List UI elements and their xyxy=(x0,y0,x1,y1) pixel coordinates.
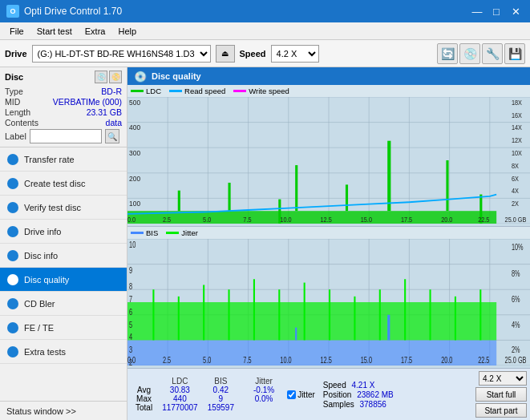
jitter-checkbox[interactable] xyxy=(287,390,296,399)
disc-quality-header: 💿 Disc quality xyxy=(127,67,530,85)
stats-avg-jitter: -0.1% xyxy=(249,386,279,394)
sidebar-item-cd-bler[interactable]: CD Bler xyxy=(0,292,127,316)
stats-total-bis: 159597 xyxy=(203,403,239,412)
window-controls: — □ ✕ xyxy=(469,3,524,19)
stats-max-label: Max xyxy=(131,394,157,403)
sidebar-item-extra-tests[interactable]: Extra tests xyxy=(0,340,127,364)
svg-rect-73 xyxy=(329,289,330,340)
sidebar-item-disc-quality[interactable]: Disc quality xyxy=(0,268,127,292)
jitter-checkbox-area: Jitter xyxy=(287,390,315,399)
stats-avg-bis: 0.42 xyxy=(203,386,239,394)
nav-cd-bler-label: CD Bler xyxy=(24,299,55,309)
disc-contents-label: Contents xyxy=(5,118,38,127)
nav-disc-quality-label: Disc quality xyxy=(24,275,69,285)
close-button[interactable]: ✕ xyxy=(508,3,524,19)
disc-type-value: BD-R xyxy=(101,87,122,96)
disc-icon-1[interactable]: 💿 xyxy=(95,71,107,83)
stats-avg-label: Avg xyxy=(131,386,157,394)
svg-text:5.0: 5.0 xyxy=(203,356,211,365)
menu-help[interactable]: Help xyxy=(111,25,143,38)
svg-text:4X: 4X xyxy=(512,188,520,196)
disc-contents-row: Contents data xyxy=(5,118,122,127)
speed-select[interactable]: 4.2 X xyxy=(271,45,319,63)
nav-extra-tests-label: Extra tests xyxy=(24,347,66,357)
drive-select[interactable]: (G:) HL-DT-ST BD-RE WH16NS48 1.D3 xyxy=(32,45,211,63)
svg-text:3: 3 xyxy=(129,345,132,354)
settings-button[interactable]: 🔧 xyxy=(482,43,503,64)
legend-ldc-label: LDC xyxy=(146,87,161,95)
legend-bis-label: BIS xyxy=(146,228,158,237)
status-window-button[interactable]: Status window >> xyxy=(0,401,127,420)
eject-button[interactable]: ⏏ xyxy=(216,45,235,63)
legend-read-speed-label: Read speed xyxy=(184,87,225,95)
svg-text:400: 400 xyxy=(129,123,140,132)
sidebar-item-disc-info[interactable]: Disc info xyxy=(0,244,127,268)
svg-text:10X: 10X xyxy=(512,149,523,157)
stats-max-jitter: 0.0% xyxy=(249,394,279,403)
nav-drive-info-label: Drive info xyxy=(24,227,61,236)
svg-text:10%: 10% xyxy=(512,243,524,252)
sidebar-item-fe-te[interactable]: FE / TE xyxy=(0,316,127,340)
speed-position-area: Speed 4.21 X Position 23862 MB Samples 3… xyxy=(323,381,394,409)
svg-text:17.5: 17.5 xyxy=(401,356,412,365)
svg-rect-70 xyxy=(253,279,255,340)
svg-text:2.5: 2.5 xyxy=(163,356,171,365)
svg-text:12.5: 12.5 xyxy=(321,216,333,224)
menu-file[interactable]: File xyxy=(3,25,30,38)
disc-label-button[interactable]: 🔍 xyxy=(105,129,119,143)
svg-rect-22 xyxy=(446,160,448,211)
svg-text:10.0: 10.0 xyxy=(280,356,291,365)
svg-rect-74 xyxy=(354,297,355,341)
disc-section-label: Disc xyxy=(5,72,23,82)
sidebar-item-drive-info[interactable]: Drive info xyxy=(0,220,127,244)
svg-text:2%: 2% xyxy=(512,345,520,354)
sidebar-item-create-test-disc[interactable]: Create test disc xyxy=(0,172,127,196)
nav-transfer-rate-label: Transfer rate xyxy=(24,155,75,164)
start-full-button[interactable]: Start full xyxy=(475,387,527,402)
stats-table: LDC BIS Jitter Avg 30.83 0.42 -0.1% Max … xyxy=(131,377,279,412)
nav-fe-te-label: FE / TE xyxy=(24,323,54,333)
menu-start-test[interactable]: Start test xyxy=(30,25,79,38)
sidebar-item-transfer-rate[interactable]: Transfer rate xyxy=(0,147,127,172)
sidebar-item-verify-test-disc[interactable]: Verify test disc xyxy=(0,196,127,220)
svg-rect-79 xyxy=(479,289,481,340)
disc-quality-icon: 💿 xyxy=(134,71,147,83)
legend-write-speed-label: Write speed xyxy=(249,87,289,95)
disc-button[interactable]: 💿 xyxy=(459,43,480,64)
stats-total-label: Total xyxy=(131,403,157,412)
legend-write-speed-color xyxy=(233,90,246,92)
disc-label-input[interactable] xyxy=(30,129,102,143)
disc-length-row: Length 23.31 GB xyxy=(5,107,122,117)
menu-extra[interactable]: Extra xyxy=(79,25,112,38)
sidebar-bottom: Status window >> xyxy=(0,401,127,420)
svg-rect-66 xyxy=(152,289,154,340)
refresh-button[interactable]: 🔄 xyxy=(437,43,458,64)
legend-read-speed: Read speed xyxy=(169,87,225,95)
save-button[interactable]: 💾 xyxy=(504,43,525,64)
start-part-button[interactable]: Start part xyxy=(475,403,527,418)
svg-text:25.0 GB: 25.0 GB xyxy=(505,216,527,224)
speed-value: 4.21 X xyxy=(352,381,375,390)
disc-length-label: Length xyxy=(5,107,30,117)
stats-header-jitter: Jitter xyxy=(249,377,279,386)
position-row: Position 23862 MB xyxy=(323,390,394,399)
disc-mid-value: VERBATIMe (000) xyxy=(53,97,122,107)
top-chart-svg: 500 400 300 200 100 18X 16X 14X 12X 10X … xyxy=(127,97,530,224)
svg-text:7: 7 xyxy=(129,295,132,304)
drive-label: Drive xyxy=(5,49,27,59)
disc-type-label: Type xyxy=(5,87,23,96)
top-chart-container: LDC Read speed Write speed xyxy=(127,85,530,227)
minimize-button[interactable]: — xyxy=(469,3,485,19)
toolbar-icons: 🔄 💿 🔧 💾 xyxy=(437,43,525,64)
disc-icon-2[interactable]: 📀 xyxy=(109,71,122,83)
svg-rect-20 xyxy=(346,184,348,211)
svg-rect-80 xyxy=(387,315,390,341)
legend-bis: BIS xyxy=(131,228,158,237)
svg-text:7.5: 7.5 xyxy=(243,356,251,365)
main-layout: Disc 💿 📀 Type BD-R MID VERBATIMe (000) L… xyxy=(0,67,530,420)
top-chart-legend: LDC Read speed Write speed xyxy=(127,85,530,97)
disc-contents-value: data xyxy=(106,118,122,127)
svg-text:25.0 GB: 25.0 GB xyxy=(505,356,527,365)
maximize-button[interactable]: □ xyxy=(488,3,504,19)
speed-dropdown[interactable]: 4.2 X xyxy=(479,371,527,386)
